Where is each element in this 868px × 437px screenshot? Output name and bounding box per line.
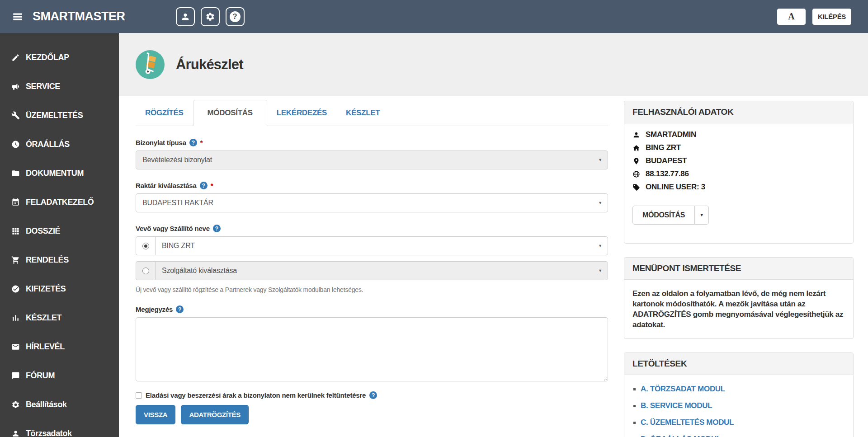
modify-form: Bizonylat típusa ? * Bevételezési bizony… (136, 139, 608, 424)
downloads-panel: LETÖLTÉSEK A. TÖRZSADAT MODUL B. SERVICE… (624, 352, 854, 437)
sidebar-item-label: Beállítások (26, 400, 67, 409)
warehouse-label: Raktár kiválasztása (136, 182, 197, 189)
help-icon[interactable]: ? (200, 182, 208, 189)
help-icon[interactable]: ? (176, 305, 184, 313)
font-size-button[interactable]: A (777, 9, 806, 25)
download-item: D. ÓRAÁLLÁS MODUL (633, 435, 845, 437)
download-link-service[interactable]: B. SERVICE MODUL (641, 401, 712, 410)
sidebar-nav: KEZDŐLAP SERVICE ÜZEMELTETÉS ÓRAÁLLÁS DO… (0, 33, 119, 437)
chevron-down-icon: ▼ (598, 201, 602, 205)
ip-row: 88.132.77.86 (632, 169, 845, 179)
envelope-icon (11, 343, 20, 351)
sidebar-item-label: FELADATKEZELŐ (26, 197, 94, 207)
help-button[interactable]: ? (226, 7, 245, 26)
sidebar-item-hirlevel[interactable]: HÍRLEVÉL (0, 332, 119, 361)
required-asterisk: * (200, 139, 203, 146)
user-modify-button[interactable]: MÓDOSÍTÁS (632, 206, 695, 225)
download-link-uzemeltetes[interactable]: C. ÜZEMELTETÉS MODUL (641, 418, 734, 427)
user-icon (11, 429, 20, 437)
tab-modositas[interactable]: MÓDOSÍTÁS (193, 100, 267, 126)
sidebar-item-dokumentum[interactable]: DOKUMENTUM (0, 159, 119, 188)
tab-bar: RÖGZÍTÉS MÓDOSÍTÁS LEKÉRDEZÉS KÉSZLET (136, 100, 608, 126)
submit-button[interactable]: ADATRÖGZÍTÉS (181, 405, 249, 424)
sidebar-item-label: DOKUMENTUM (26, 169, 84, 178)
menu-info-text: Ezen az oldalon a folyamatban lévő, de m… (632, 288, 845, 330)
sidebar-item-label: ÜZEMELTETÉS (26, 111, 83, 120)
sidebar-item-label: Törzsadatok (26, 429, 72, 437)
hide-prices-checkbox[interactable] (136, 392, 142, 399)
city-row: BUDAPEST (632, 156, 845, 165)
settings-button[interactable] (201, 7, 220, 26)
bar-chart-icon (11, 314, 20, 322)
sidebar-item-label: FÓRUM (26, 371, 55, 381)
edit-icon (11, 53, 20, 62)
sidebar-item-label: KIFIZETÉS (26, 284, 66, 294)
tab-lekerdezes[interactable]: LEKÉRDEZÉS (267, 100, 336, 126)
comment-label: Megjegyzés (136, 305, 173, 313)
help-icon[interactable]: ? (369, 391, 377, 399)
back-button[interactable]: VISSZA (136, 405, 175, 424)
sidebar-item-beallitasok[interactable]: Beállítások (0, 390, 119, 419)
sidebar-item-uzemeltetes[interactable]: ÜZEMELTETÉS (0, 101, 119, 130)
chevron-down-icon: ▼ (598, 244, 602, 248)
sidebar-item-label: RENDELÉS (26, 255, 69, 265)
sidebar-item-torzsadatok[interactable]: Törzsadatok (0, 419, 119, 437)
partner-radio[interactable] (142, 243, 149, 249)
help-icon[interactable]: ? (189, 139, 197, 146)
sidebar-item-keszlet[interactable]: KÉSZLET (0, 303, 119, 332)
menu-info-panel-title: MENÜPONT ISMERTETÉSE (624, 258, 853, 280)
sidebar-item-service[interactable]: SERVICE (0, 72, 119, 101)
user-modify-split-button: MÓDOSÍTÁS ▼ (632, 206, 709, 225)
tab-rogzites[interactable]: RÖGZÍTÉS (136, 100, 193, 126)
sidebar-item-kezdolap[interactable]: KEZDŐLAP (0, 43, 119, 72)
sidebar-item-label: ÓRAÁLLÁS (26, 140, 70, 149)
user-data-panel: FELHASZNÁLÓI ADATOK SMARTADMIN BING ZRT … (624, 101, 854, 244)
required-asterisk: * (211, 182, 213, 189)
megaphone-icon (11, 82, 20, 91)
home-icon (632, 144, 640, 152)
sidebar-item-label: HÍRLEVÉL (26, 342, 65, 352)
wrench-icon (11, 111, 20, 120)
comment-textarea[interactable] (136, 317, 608, 381)
document-type-select: Bevételezési bizonylat ▼ (136, 150, 608, 169)
inventory-dolly-icon (136, 50, 165, 79)
map-marker-icon (632, 157, 640, 165)
download-item: A. TÖRZSADAT MODUL (633, 385, 845, 394)
downloads-panel-title: LETÖLTÉSEK (624, 353, 853, 375)
partner-select[interactable]: BING ZRT ▼ (155, 236, 608, 255)
hamburger-menu-icon[interactable] (11, 11, 24, 23)
menu-info-panel: MENÜPONT ISMERTETÉSE Ezen az oldalon a f… (624, 257, 854, 339)
bullet-icon (633, 405, 636, 407)
question-circle-icon: ? (230, 11, 241, 22)
user-icon (632, 131, 640, 139)
sidebar-item-forum[interactable]: FÓRUM (0, 361, 119, 390)
logout-button[interactable]: KILÉPÉS (812, 9, 851, 25)
help-icon[interactable]: ? (213, 225, 221, 232)
tags-icon (632, 183, 640, 191)
clock-icon (11, 140, 20, 149)
profile-button[interactable] (176, 7, 195, 26)
company-row: BING ZRT (632, 143, 845, 152)
bullet-icon (633, 388, 636, 390)
sidebar-item-feladatkezelo[interactable]: FELADATKEZELŐ (0, 188, 119, 216)
download-link-oraallas[interactable]: D. ÓRAÁLLÁS MODUL (641, 435, 721, 437)
download-link-torzsadat[interactable]: A. TÖRZSADAT MODUL (641, 385, 725, 394)
check-circle-icon (11, 285, 20, 293)
tab-keszlet[interactable]: KÉSZLET (336, 100, 389, 126)
globe-icon (632, 170, 640, 178)
page-title: Árukészlet (176, 56, 243, 73)
sidebar-item-kifizetes[interactable]: KIFIZETÉS (0, 274, 119, 303)
sidebar-item-rendeles[interactable]: RENDELÉS (0, 245, 119, 274)
warehouse-select[interactable]: BUDAPESTI RAKTÁR ▼ (136, 193, 608, 212)
sidebar-item-oraallas[interactable]: ÓRAÁLLÁS (0, 130, 119, 159)
provider-radio[interactable] (142, 268, 149, 274)
provider-select: Szolgáltató kiválasztása ▼ (155, 261, 608, 280)
download-item: C. ÜZEMELTETÉS MODUL (633, 418, 845, 427)
sidebar-item-label: KEZDŐLAP (26, 53, 69, 62)
user-data-panel-title: FELHASZNÁLÓI ADATOK (624, 101, 853, 123)
sidebar-item-label: SERVICE (26, 82, 60, 91)
online-users-row: ONLINE USER: 3 (632, 183, 845, 192)
sidebar-item-dosszie[interactable]: DOSSZIÉ (0, 216, 119, 245)
chevron-down-icon[interactable]: ▼ (695, 206, 709, 225)
provider-radio-cell (136, 261, 155, 280)
